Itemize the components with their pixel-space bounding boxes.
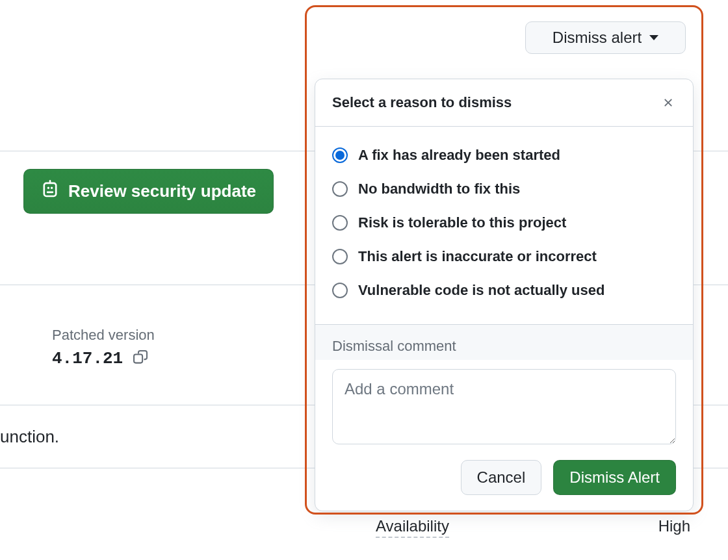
dismiss-reason-options: A fix has already been started No bandwi… (315, 127, 693, 324)
cancel-button[interactable]: Cancel (461, 460, 542, 495)
radio-icon (332, 249, 348, 264)
close-button[interactable] (656, 91, 680, 114)
dismiss-option-no-bandwidth[interactable]: No bandwidth to fix this (332, 172, 676, 206)
dismiss-option-label: A fix has already been started (358, 147, 560, 164)
caret-down-icon (649, 35, 658, 40)
dismiss-option-label: This alert is inaccurate or incorrect (358, 248, 597, 265)
patched-version-label: Patched version (52, 327, 155, 344)
dismiss-option-label: No bandwidth to fix this (358, 181, 520, 197)
close-icon (662, 96, 675, 109)
patched-version-value: 4.17.21 (52, 349, 123, 368)
copy-icon-button[interactable] (131, 348, 150, 369)
radio-icon (332, 181, 348, 197)
radio-icon (332, 147, 348, 163)
dismiss-alert-dropdown-button[interactable]: Dismiss alert (525, 21, 686, 54)
dismiss-option-label: Risk is tolerable to this project (358, 214, 566, 231)
body-text-fragment: unction. (0, 427, 59, 447)
review-security-update-label: Review security update (68, 181, 256, 201)
cvss-availability-value: High (658, 517, 690, 538)
dismissal-comment-input[interactable] (332, 369, 676, 444)
review-security-update-button[interactable]: Review security update (23, 169, 274, 214)
copy-icon (133, 350, 148, 364)
dismiss-option-fix-started[interactable]: A fix has already been started (332, 138, 676, 172)
dismiss-reason-panel: Select a reason to dismiss A fix has alr… (315, 79, 694, 511)
radio-icon (332, 283, 348, 298)
dismiss-option-not-used[interactable]: Vulnerable code is not actually used (332, 274, 676, 307)
dismiss-option-risk-tolerable[interactable]: Risk is tolerable to this project (332, 206, 676, 240)
dismissal-comment-label: Dismissal comment (332, 338, 676, 355)
dismiss-option-inaccurate[interactable]: This alert is inaccurate or incorrect (332, 240, 676, 274)
dismiss-option-label: Vulnerable code is not actually used (358, 282, 604, 299)
cvss-availability-label: Availability (376, 517, 449, 538)
dismiss-alert-submit-button[interactable]: Dismiss Alert (553, 460, 676, 495)
radio-icon (332, 215, 348, 231)
dismiss-panel-title: Select a reason to dismiss (332, 94, 512, 111)
bot-icon (41, 180, 59, 203)
dismiss-alert-label: Dismiss alert (552, 29, 642, 47)
